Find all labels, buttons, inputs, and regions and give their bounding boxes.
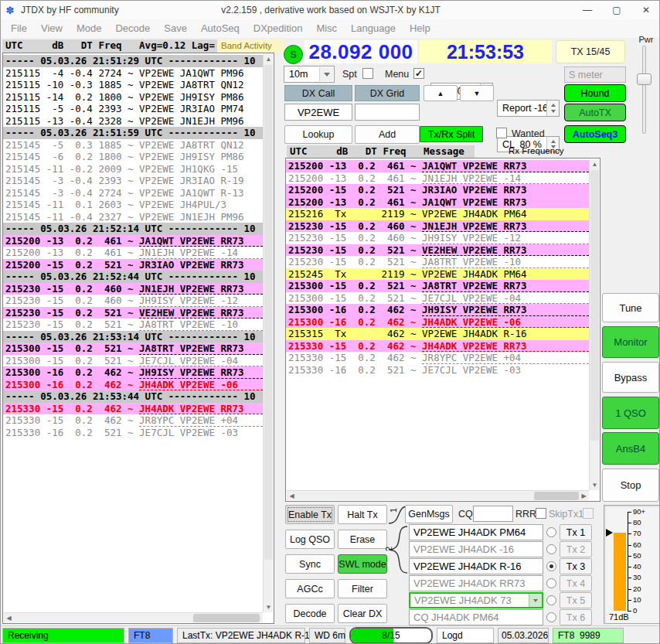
menu-checkbox[interactable]: ✓ [413,68,424,79]
band-activity-vscrollbar[interactable]: ▲ ▼ [263,54,273,612]
decode-row[interactable]: 215230 -15 0.2 460 ~ JN1EJH VP2EWE RR73 [3,283,263,295]
tx-button-5[interactable]: Tx 5 [560,592,592,608]
skiptx1-checkbox[interactable] [583,508,594,519]
decode-row[interactable]: 215300 -15 0.2 521 ~ JA8TRT VP2EWE RR73 [286,280,589,292]
ansb4-button[interactable]: AnsB4 [602,432,659,465]
spt-checkbox[interactable] [362,68,373,79]
autoseq-button[interactable]: AutoSeq3 [564,125,626,143]
tune-button[interactable]: Tune [602,293,659,322]
tx-message-field-2[interactable]: VP2EWE JH4ADK -16 [409,541,543,557]
decode-row[interactable]: 215330 -15 0.2 462 ~ JR8YPC VP2EWE +04 [3,414,263,427]
decode-row[interactable]: 215300 -15 0.2 521 ~ JE7CJL VP2EWE -04 [286,292,589,305]
scroll-up-icon[interactable]: ▲ [590,159,600,169]
tx-select-radio-1[interactable] [546,527,556,537]
menu-item-save[interactable]: Save [157,19,194,38]
tx-message-field-6[interactable]: CQ JH4ADK PM64 [409,609,543,625]
band-select[interactable]: 10m [284,66,335,83]
decode-row[interactable]: 215145 -5 0.3 1885 ~ VP2EWE JA8TRT QN12 [3,139,263,152]
decode-row[interactable]: 215330 -15 0.2 462 ~ JR8YPC VP2EWE +04 [286,352,589,364]
maximize-button[interactable]: ▢ [602,1,631,19]
swl-mode-button[interactable]: SWL mode [338,554,387,574]
tx-button-3[interactable]: Tx 3 [560,558,592,574]
decode-row[interactable]: 215230 -15 0.2 521 ~ VE2HEW VP2EWE RR73 [3,307,263,319]
dx-call-input[interactable]: VP2EWE [284,104,352,121]
scroll-left-icon[interactable]: ◀ [287,491,297,501]
frequency-display[interactable]: 28.092 000 [304,40,417,63]
tx-select-radio-5[interactable] [546,595,556,605]
decode-row[interactable]: 215230 -15 0.2 521 ~ JA8TRT VP2EWE -10 [286,256,589,268]
decode-row[interactable]: 215300 -16 0.2 462 ~ JH4ADK VP2EWE -06 [3,379,263,391]
tx-select-radio-2[interactable] [546,544,556,554]
decode-row[interactable]: 215300 -15 0.2 521 ~ JE7CJL VP2EWE -04 [3,355,263,367]
decode-row[interactable]: 215330 -16 0.2 521 ~ JE7CJL VP2EWE -03 [3,427,263,439]
rrr-checkbox[interactable] [536,508,546,519]
chevron-down-icon[interactable] [319,67,333,81]
filter-button[interactable]: Filter [338,579,387,598]
decode-row[interactable]: 215115 -10 -0.3 1885 ~ VP2EWE JA8TRT QN1… [3,79,263,91]
freq-down-button[interactable]: ▼ [460,85,494,101]
spinner-arrows-icon[interactable] [546,101,559,116]
tx-message-field-1[interactable]: VP2EWE JH4ADK PM64 [409,524,543,540]
tx-button-2[interactable]: Tx 2 [560,541,592,557]
genmsgs-button[interactable]: GenMsgs [405,505,453,523]
add-button[interactable]: Add [355,125,420,144]
decode-row[interactable]: 215300 -15 0.2 521 ~ JA8TRT VP2EWE RR73 [3,342,263,355]
tx-button-6[interactable]: Tx 6 [560,609,592,625]
decode-row[interactable]: 215200 -13 0.2 461 ~ JA1QWT VP2EWE RR73 [286,160,589,172]
decode-row[interactable]: 215145 -11 -0.2 2009 ~ VP2EWE JH1QKG -15 [3,163,263,175]
autotx-button[interactable]: AutoTX [564,104,626,121]
lookup-button[interactable]: Lookup [284,125,352,144]
monitor-button[interactable]: Monitor [602,326,659,358]
sync-button[interactable]: Sync [285,554,335,574]
period-separator-row[interactable]: ----- 05.03.26 21:52:44 UTC ------------… [3,271,263,283]
decode-row[interactable]: 215200 -15 0.2 521 ~ JR3IAO VP2EWE RR73 [286,184,589,196]
enable-tx-button[interactable]: Enable Tx [285,505,335,524]
scroll-right-icon[interactable]: ▶ [579,491,589,501]
decode-row[interactable]: 215200 -13 0.2 461 ~ JN1EJH VP2EWE -14 [286,172,589,185]
halt-tx-button[interactable]: Halt Tx [338,505,387,524]
log-qso-button[interactable]: Log QSO [285,530,335,549]
scroll-down-icon[interactable]: ▼ [264,602,274,612]
menu-item-autoseq[interactable]: AutoSeq [194,19,247,38]
decode-row[interactable]: 215200 -13 0.2 461 ~ JA1QWT VP2EWE RR73 [286,196,589,209]
decode-row[interactable]: 215315 Tx 462 ~ VP2EWE JH4ADK R-16 [286,328,589,340]
decode-row[interactable]: 215145 -11 0.1 2603 ~ VP2EWE JH4PUL/3 [3,199,263,211]
decode-row[interactable]: 215200 -13 0.2 461 ~ JA1QWT VP2EWE RR73 [3,235,263,247]
decode-row[interactable]: 215145 -6 0.2 1800 ~ VP2EWE JH9ISY PM86 [3,151,263,163]
tx-select-radio-4[interactable] [546,578,556,588]
tx-message-field-3[interactable]: VP2EWE JH4ADK R-16 [409,558,543,574]
decode-row[interactable]: 215216 Tx 2119 ~ VP2EWE JH4ADK PM64 [286,208,589,220]
tx-timer-button[interactable]: TX 15/45 [556,40,625,63]
dx-grid-input[interactable] [355,104,420,121]
rx-frequency-hscrollbar[interactable]: ◀ ▶ [287,490,589,500]
decode-row[interactable]: 215300 -16 0.2 462 ~ JH9ISY VP2EWE RR73 [286,304,589,316]
tx-select-radio-3[interactable] [546,561,556,571]
decode-row[interactable]: 215300 -16 0.2 462 ~ JH4ADK VP2EWE -06 [286,316,589,329]
dx-grid-header[interactable]: DX Grid [355,85,420,101]
decode-row[interactable]: 215230 -15 0.2 460 ~ JH9ISY VP2EWE -12 [286,232,589,244]
decode-row[interactable]: 215200 -13 0.2 461 ~ JN1EJH VP2EWE -14 [3,247,263,259]
period-separator-row[interactable]: ----- 05.03.26 21:53:14 UTC ------------… [3,331,263,343]
chevron-down-icon[interactable] [529,594,542,607]
decode-row[interactable]: 215330 -15 0.2 462 ~ JH4ADK VP2EWE RR73 [286,340,589,353]
tx-select-radio-6[interactable] [546,612,556,622]
close-button[interactable]: ✕ [631,1,660,19]
decode-row[interactable]: 215145 -3 -0.4 2393 ~ VP2EWE JR3IAO R-19 [3,175,263,187]
bypass-button[interactable]: Bypass [602,362,659,393]
menu-item-help[interactable]: Help [403,19,437,38]
menu-item-dxpedition[interactable]: DXpedition [247,19,310,38]
menu-item-view[interactable]: View [34,19,70,38]
decode-row[interactable]: 215230 -15 0.2 521 ~ VE2HEW VP2EWE RR73 [286,244,589,257]
period-separator-row[interactable]: ----- 05.03.26 21:51:59 UTC ------------… [3,127,263,139]
minimize-button[interactable]: — [573,1,602,19]
menu-item-decode[interactable]: Decode [108,19,157,38]
tx-message-field-4[interactable]: VP2EWE JH4ADK RR73 [409,575,543,591]
decode-row[interactable]: 215200 -15 0.2 521 ~ JR3IAO VP2EWE RR73 [3,259,263,271]
clear-dx-button[interactable]: Clear DX [338,604,387,623]
tx-rx-split-button[interactable]: Tx/Rx Split [420,126,483,142]
scroll-left-icon[interactable]: ◀ [4,613,14,623]
decode-row[interactable]: 215145 -3 -0.4 2724 ~ VP2EWE JA1QWT R-13 [3,187,263,199]
tx-message-field-5[interactable]: VP2EWE JH4ADK 73 [409,592,543,608]
wanted-checkbox[interactable] [496,128,507,138]
decode-row[interactable]: 215115 -13 -0.4 2328 ~ VP2EWE JN1EJH PM9… [3,115,263,128]
